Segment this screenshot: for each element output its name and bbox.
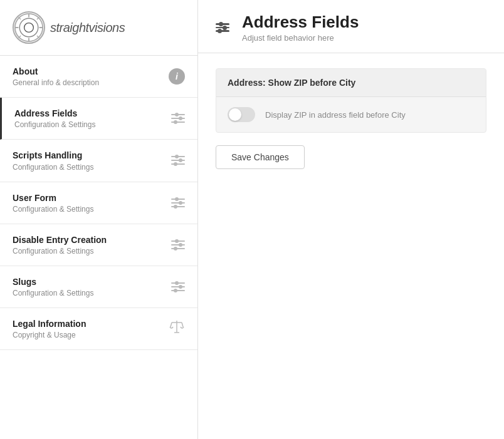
settings-card-body: Display ZIP in address field before City [216, 97, 486, 132]
sliders-icon-disable-entry [171, 240, 185, 249]
toggle-description: Display ZIP in address field before City [265, 110, 475, 120]
zip-toggle[interactable] [228, 107, 255, 122]
brand-name: straightvisions [50, 21, 125, 35]
save-changes-button[interactable]: Save Changes [216, 145, 305, 169]
logo-area: straightvisions [0, 0, 197, 56]
sidebar-item-slugs-subtitle: Configuration & Settings [13, 289, 93, 297]
sliders-icon-slugs [171, 282, 185, 291]
sidebar-item-about-title: About [13, 66, 99, 77]
scale-icon [169, 319, 185, 339]
sidebar-item-user-form-title: User Form [13, 192, 93, 204]
svg-line-14 [182, 323, 183, 327]
sidebar-item-legal-text: Legal Information Copyright & Usage [13, 318, 86, 339]
main-header: Address Fields Adjust field behavior her… [198, 0, 504, 53]
sidebar-item-about[interactable]: About General info & description i [0, 56, 197, 98]
svg-point-1 [19, 18, 38, 37]
logo-svg [14, 11, 44, 44]
sidebar-item-user-form[interactable]: User Form Configuration & Settings [0, 182, 197, 224]
sidebar-item-slugs-text: Slugs Configuration & Settings [13, 276, 93, 297]
settings-card-title: Address: Show ZIP before City [228, 78, 475, 88]
sidebar-item-about-text: About General info & description [13, 66, 99, 87]
sidebar-item-slugs[interactable]: Slugs Configuration & Settings [0, 266, 197, 308]
page-subtitle: Adjust field behavior here [242, 33, 359, 43]
sidebar-item-disable-entry-text: Disable Entry Creation Configuration & S… [13, 234, 107, 256]
sidebar-item-scripts-subtitle: Configuration & Settings [13, 163, 93, 172]
settings-card-header: Address: Show ZIP before City [216, 69, 486, 97]
sidebar-item-legal-title: Legal Information [13, 318, 86, 329]
sidebar-item-disable-entry-title: Disable Entry Creation [13, 234, 107, 245]
sidebar-item-address-fields-title: Address Fields [14, 108, 95, 119]
settings-card-zip: Address: Show ZIP before City Display ZI… [216, 68, 486, 133]
brand-name-part2: visions [89, 21, 125, 34]
sidebar-item-user-form-text: User Form Configuration & Settings [13, 192, 93, 214]
toggle-knob [229, 108, 241, 121]
sidebar-item-scripts-handling[interactable]: Scripts Handling Configuration & Setting… [0, 140, 197, 182]
info-icon: i [169, 68, 185, 85]
sidebar-item-disable-entry[interactable]: Disable Entry Creation Configuration & S… [0, 224, 197, 266]
sidebar: straightvisions About General info & des… [0, 0, 198, 439]
sidebar-item-scripts-text: Scripts Handling Configuration & Setting… [13, 150, 93, 171]
sliders-icon-user-form [171, 199, 185, 207]
brand-name-part1: straight [50, 21, 89, 34]
header-text: Address Fields Adjust field behavior her… [242, 13, 359, 43]
sidebar-item-address-fields-text: Address Fields Configuration & Settings [14, 108, 95, 129]
sidebar-item-user-form-subtitle: Configuration & Settings [13, 205, 93, 214]
svg-point-2 [24, 23, 34, 33]
sidebar-item-about-subtitle: General info & description [13, 78, 99, 87]
sidebar-item-scripts-title: Scripts Handling [13, 150, 93, 161]
logo-icon [13, 11, 45, 44]
main-body: Address: Show ZIP before City Display ZI… [198, 53, 504, 439]
main-content: Address Fields Adjust field behavior her… [198, 0, 504, 439]
sidebar-item-address-fields[interactable]: Address Fields Configuration & Settings [0, 98, 197, 140]
sidebar-item-address-fields-subtitle: Configuration & Settings [14, 120, 95, 129]
svg-line-13 [171, 323, 172, 327]
sidebar-item-disable-entry-subtitle: Configuration & Settings [13, 247, 107, 256]
sidebar-nav: About General info & description i Addre… [0, 56, 197, 439]
header-sliders-icon [216, 23, 229, 32]
sidebar-item-legal-subtitle: Copyright & Usage [13, 331, 86, 339]
sidebar-item-slugs-title: Slugs [13, 276, 93, 287]
sliders-icon-scripts [171, 156, 185, 165]
page-title: Address Fields [242, 13, 359, 32]
sliders-icon-address [171, 114, 185, 123]
sidebar-item-legal[interactable]: Legal Information Copyright & Usage [0, 308, 197, 350]
